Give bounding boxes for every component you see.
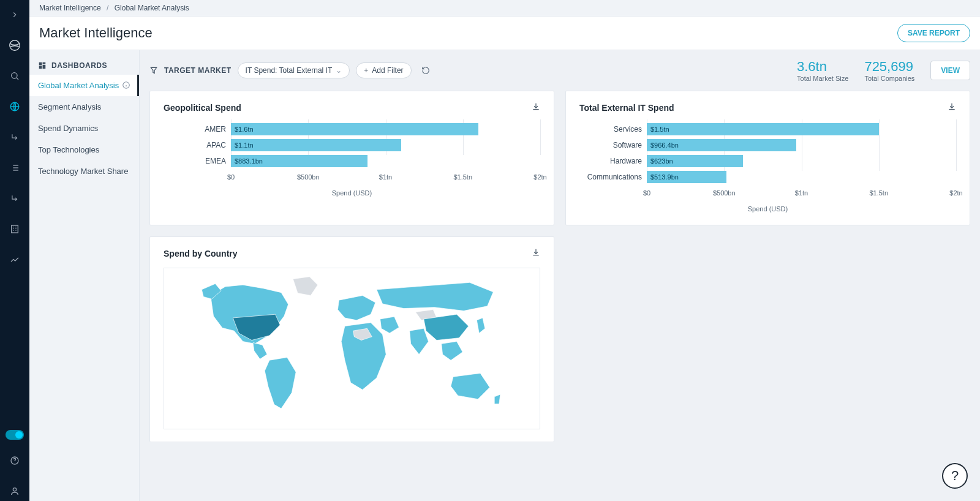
map-region-middle-east[interactable]: [380, 317, 399, 333]
chart-bar[interactable]: $883.1bn: [231, 155, 368, 167]
breadcrumb-sep: /: [103, 4, 112, 12]
map-region-australia[interactable]: [451, 373, 489, 399]
chart-tick: $0: [227, 173, 235, 181]
chart-bar[interactable]: $1.1tn: [231, 139, 401, 151]
dashboards-header-label: DASHBOARDS: [51, 61, 107, 70]
spend-by-country-card: Spend by Country: [149, 236, 554, 442]
chart-tick: $1tn: [379, 173, 392, 181]
sidebar-item-global-market-analysis[interactable]: Global Market Analysis: [29, 75, 139, 96]
chart-category-label: Communications: [579, 173, 647, 181]
svg-rect-23: [39, 66, 42, 69]
view-button[interactable]: VIEW: [930, 61, 970, 80]
svg-line-2: [17, 78, 18, 80]
target-market-selector[interactable]: IT Spend: Total External IT ⌄: [238, 62, 350, 78]
download-icon[interactable]: [532, 102, 540, 113]
map-region-russia[interactable]: [377, 282, 493, 311]
svg-point-19: [13, 488, 16, 491]
svg-rect-21: [43, 62, 46, 64]
sidebar-item-label: Technology Market Share: [38, 167, 128, 176]
chart-bar-row: Software$966.4bn: [579, 138, 956, 153]
map-region-japan[interactable]: [477, 318, 484, 333]
title-bar: Market Intelligence SAVE REPORT: [29, 17, 980, 50]
chart-tick: $500bn: [297, 173, 320, 181]
geopolitical-spend-card: Geopolitical Spend AMER$1.6tnAPAC$1.1tnE…: [149, 91, 554, 225]
theme-toggle[interactable]: [6, 430, 24, 440]
save-report-button[interactable]: SAVE REPORT: [897, 24, 970, 42]
it-spend-title: Total External IT Spend: [579, 103, 674, 113]
chart-tick: $1.5tn: [869, 189, 888, 197]
map-region-europe[interactable]: [337, 295, 375, 320]
dashboards-header: DASHBOARDS: [29, 56, 139, 75]
map-region-new-zealand[interactable]: [494, 394, 500, 404]
total-market-size-value: 3.6tn: [797, 59, 848, 75]
world-map[interactable]: [164, 268, 540, 429]
map-region-se-asia[interactable]: [442, 341, 463, 360]
sidebar-item-top-technologies[interactable]: Top Technologies: [29, 139, 139, 160]
chart-category-label: Software: [579, 141, 647, 149]
chart-tick: $1.5tn: [453, 173, 472, 181]
chart-bar-row: Services$1.5tn: [579, 122, 956, 137]
sidebar-item-technology-market-share[interactable]: Technology Market Share: [29, 160, 139, 182]
chart-category-label: APAC: [164, 141, 231, 149]
svg-rect-22: [43, 65, 46, 69]
trend-icon[interactable]: [5, 250, 24, 269]
map-region-china[interactable]: [424, 314, 469, 340]
logo-icon[interactable]: [5, 36, 24, 55]
help-fab-button[interactable]: ?: [942, 463, 968, 489]
add-filter-button[interactable]: + Add Filter: [356, 62, 411, 78]
chart-bar[interactable]: $1.5tn: [647, 123, 879, 135]
expand-nav-icon[interactable]: [5, 5, 24, 24]
chart-bar[interactable]: $623bn: [647, 155, 743, 167]
dashboard-icon: [38, 61, 47, 70]
map-region-greenland[interactable]: [293, 277, 317, 296]
map-region-south-america[interactable]: [265, 357, 296, 409]
page-title: Market Intelligence: [39, 25, 153, 41]
chart-category-label: EMEA: [164, 157, 231, 165]
filter-bar: TARGET MARKET IT Spend: Total External I…: [149, 59, 970, 82]
chevron-down-icon: ⌄: [336, 66, 342, 75]
chart-tick: $0: [643, 189, 650, 197]
subarrow-icon[interactable]: [5, 127, 24, 147]
chart-bar[interactable]: $513.9bn: [647, 171, 726, 183]
chart-bar-row: APAC$1.1tn: [164, 138, 540, 153]
help-rail-icon[interactable]: [5, 451, 24, 470]
info-icon[interactable]: [122, 81, 130, 91]
download-icon[interactable]: [948, 102, 956, 113]
add-filter-label: Add Filter: [372, 66, 403, 75]
download-icon[interactable]: [532, 248, 540, 259]
list-icon[interactable]: [5, 158, 24, 178]
building-icon[interactable]: [5, 219, 24, 239]
dashboards-sidebar: DASHBOARDS Global Market AnalysisSegment…: [29, 50, 140, 501]
map-region-central-america[interactable]: [253, 342, 267, 359]
chart-tick: $500bn: [713, 189, 736, 197]
sidebar-item-label: Spend Dynamics: [38, 124, 98, 133]
sidebar-item-label: Top Technologies: [38, 145, 99, 154]
breadcrumb: Market Intelligence / Global Market Anal…: [29, 0, 980, 17]
chart-bar[interactable]: $1.6tn: [231, 123, 478, 135]
chart-x-label: Spend (USD): [579, 205, 956, 213]
subarrow2-icon[interactable]: [5, 189, 24, 208]
breadcrumb-current: Global Market Analysis: [115, 4, 189, 12]
chart-x-label: Spend (USD): [164, 189, 540, 197]
chart-bar-row: AMER$1.6tn: [164, 122, 540, 137]
sidebar-item-segment-analysis[interactable]: Segment Analysis: [29, 96, 139, 118]
it-spend-card: Total External IT Spend Services$1.5tnSo…: [565, 91, 970, 225]
sidebar-item-label: Segment Analysis: [38, 102, 101, 111]
filter-icon: [149, 66, 158, 75]
svg-rect-10: [12, 225, 18, 233]
chart-tick: $1tn: [795, 189, 808, 197]
search-icon[interactable]: [5, 66, 24, 86]
sidebar-item-label: Global Market Analysis: [38, 81, 119, 90]
it-spend-chart: Services$1.5tnSoftware$966.4bnHardware$6…: [579, 122, 956, 213]
globe-icon[interactable]: [5, 97, 24, 116]
reset-filters-button[interactable]: [418, 62, 434, 78]
chart-bar[interactable]: $966.4bn: [647, 139, 796, 151]
refresh-icon: [421, 66, 430, 75]
breadcrumb-parent[interactable]: Market Intelligence: [39, 4, 101, 12]
sidebar-item-spend-dynamics[interactable]: Spend Dynamics: [29, 118, 139, 139]
total-market-size-metric: 3.6tn Total Market Size: [797, 59, 848, 82]
user-icon[interactable]: [5, 481, 24, 501]
map-region-india[interactable]: [410, 328, 429, 354]
chart-category-label: AMER: [164, 125, 231, 134]
geopolitical-spend-chart: AMER$1.6tnAPAC$1.1tnEMEA$883.1bn$0$500bn…: [164, 122, 540, 197]
